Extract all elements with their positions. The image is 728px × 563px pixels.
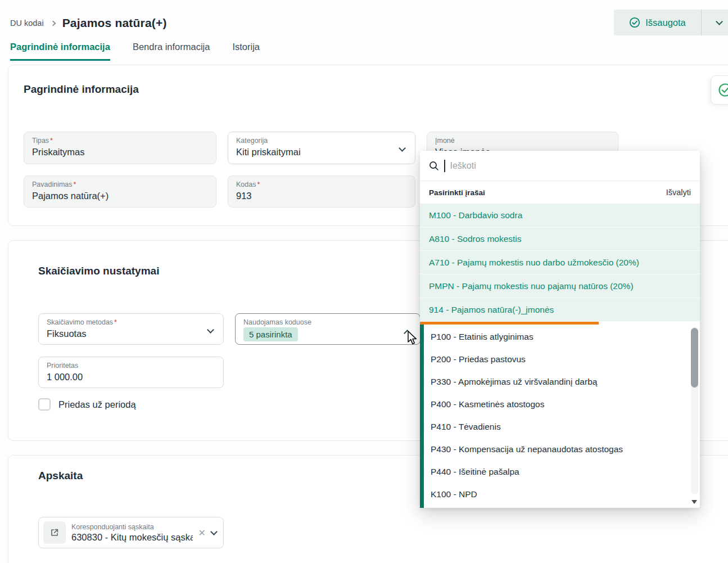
section-title-main: Pagrindinė informacija <box>24 83 139 96</box>
list-item[interactable]: P430 - Kompensacija už nepanaudotas atos… <box>420 438 689 461</box>
required-asterisk: * <box>257 181 260 188</box>
field-value: 630830 - Kitų mokesčių sąskaita <box>71 532 193 543</box>
check-circle-icon <box>629 17 640 28</box>
tab-pagrindine-informacija[interactable]: Pagrindinė informacija <box>10 42 110 61</box>
field-label: Naudojamas koduose <box>243 318 412 326</box>
list-item[interactable]: A710 - Pajamų mokestis nuo darbo užmokes… <box>420 251 700 274</box>
section-title-apskaita: Apskaita <box>38 470 83 482</box>
search-input[interactable] <box>450 161 691 171</box>
list-item[interactable]: P200 - Priedas pastovus <box>420 348 689 371</box>
field-label: Tipas* <box>32 137 208 145</box>
required-asterisk: * <box>114 318 117 326</box>
selected-items-list: M100 - Darbdavio sodraA810 - Sodros moke… <box>420 204 700 322</box>
breadcrumb-section[interactable]: DU kodai <box>10 19 44 28</box>
field-label: Skaičiavimo metodas* <box>47 318 215 326</box>
field-value: Priskaitymas <box>32 147 208 157</box>
page-title: Pajamos natūra(+) <box>62 16 167 30</box>
chevron-right-icon <box>50 21 56 26</box>
options-items: P100 - Etatinis atlyginimasP200 - Prieda… <box>420 326 689 506</box>
tab-bendra-informacija[interactable]: Bendra informacija <box>133 42 210 61</box>
required-asterisk: * <box>74 181 76 188</box>
priedas-checkbox[interactable] <box>38 398 51 411</box>
dropdown-header: Pasirinkti įrašai Išvalyti <box>420 181 700 204</box>
scrollbar-down-arrow[interactable] <box>691 500 697 504</box>
list-item[interactable]: P100 - Etatinis atlyginimas <box>420 326 689 348</box>
list-item[interactable]: 914 - Pajamos natūra(-)_įmonės <box>420 298 700 322</box>
chevron-up-icon[interactable] <box>404 330 411 337</box>
options-list: P100 - Etatinis atlyginimasP200 - Prieda… <box>420 325 700 508</box>
priedas-checkbox-row: Priedas už periodą <box>38 398 136 411</box>
field-text: Koresponduojanti sąskaita 630830 - Kitų … <box>71 523 193 543</box>
chevron-down-icon[interactable] <box>210 528 218 535</box>
saved-status-panel <box>711 75 728 105</box>
field-naudojamas-koduose[interactable]: Naudojamas koduose 5 pasirinkta <box>235 313 420 345</box>
field-tipas: Tipas* Priskaitymas <box>24 132 216 164</box>
field-value: 913 <box>236 191 407 201</box>
list-item[interactable]: P330 - Apmokėjimas už viršvalandinį darb… <box>420 371 689 393</box>
list-item[interactable]: A810 - Sodros mokestis <box>420 227 700 251</box>
field-label: Prioritetas <box>47 362 215 370</box>
selection-count-badge: 5 pasirinkta <box>243 327 298 341</box>
codes-dropdown: Pasirinkti įrašai Išvalyti M100 - Darbda… <box>420 151 700 508</box>
field-value: Kiti priskaitymai <box>236 147 407 157</box>
page: DU kodai Pajamos natūra(+) Išsaugota Pag… <box>0 0 728 563</box>
text-caret <box>444 160 445 172</box>
field-label: Įmonė <box>435 137 610 145</box>
field-prioritetas[interactable]: Prioritetas 1 000.00 <box>38 357 224 388</box>
field-label: Pavadinimas* <box>32 181 208 188</box>
field-value: Fiksuotas <box>47 328 215 339</box>
saved-menu-button[interactable] <box>702 10 728 35</box>
scrollbar-thumb[interactable] <box>691 328 698 388</box>
required-asterisk: * <box>50 137 53 145</box>
field-kategorija[interactable]: Kategorija Kiti priskaitymai <box>228 132 415 164</box>
field-koresponduojanti-saskaita[interactable]: Koresponduojanti sąskaita 630830 - Kitų … <box>38 517 224 548</box>
field-value: Pajamos natūra(+) <box>32 191 208 201</box>
list-item[interactable]: M100 - Darbdavio sodra <box>420 204 700 227</box>
field-label: Kategorija <box>236 137 407 145</box>
tab-bar: Pagrindinė informacija Bendra informacij… <box>10 42 260 61</box>
checkbox-label: Priedas už periodą <box>58 399 136 410</box>
open-account-button[interactable] <box>43 521 66 544</box>
saved-label: Išsaugota <box>645 17 686 28</box>
external-link-icon <box>50 528 59 537</box>
list-item[interactable]: P410 - Tėvadienis <box>420 416 689 438</box>
field-kodas[interactable]: Kodas* 913 <box>228 175 415 208</box>
search-icon <box>429 161 439 171</box>
list-item[interactable]: P440 - Išeitinė pašalpa <box>420 461 689 483</box>
field-value: 1 000.00 <box>47 372 215 382</box>
valid-check-circle-icon <box>718 83 728 97</box>
clear-x-icon[interactable]: ✕ <box>198 528 206 538</box>
saved-button[interactable]: Išsaugota <box>614 10 701 35</box>
tab-istorija[interactable]: Istorija <box>232 42 260 61</box>
field-pavadinimas[interactable]: Pavadinimas* Pajamos natūra(+) <box>24 175 216 208</box>
field-label: Kodas* <box>236 181 407 188</box>
selected-header-label: Pasirinkti įrašai <box>429 188 485 197</box>
section-title-calc: Skaičiavimo nustatymai <box>38 265 159 277</box>
breadcrumb: DU kodai Pajamos natūra(+) <box>10 11 167 35</box>
dropdown-search-row <box>420 151 700 181</box>
clear-selected-button[interactable]: Išvalyti <box>666 188 691 197</box>
chevron-down-icon <box>716 18 723 25</box>
list-item[interactable]: K100 - NPD <box>420 483 689 506</box>
saved-split-button: Išsaugota <box>614 10 728 35</box>
field-skaiciavimo-metodas[interactable]: Skaičiavimo metodas* Fiksuotas <box>38 313 224 345</box>
field-label: Koresponduojanti sąskaita <box>71 523 193 531</box>
list-item[interactable]: P400 - Kasmetinės atostogos <box>420 393 689 416</box>
list-item[interactable]: PMPN - Pajamų mokestis nuo pajamų natūro… <box>420 274 700 298</box>
